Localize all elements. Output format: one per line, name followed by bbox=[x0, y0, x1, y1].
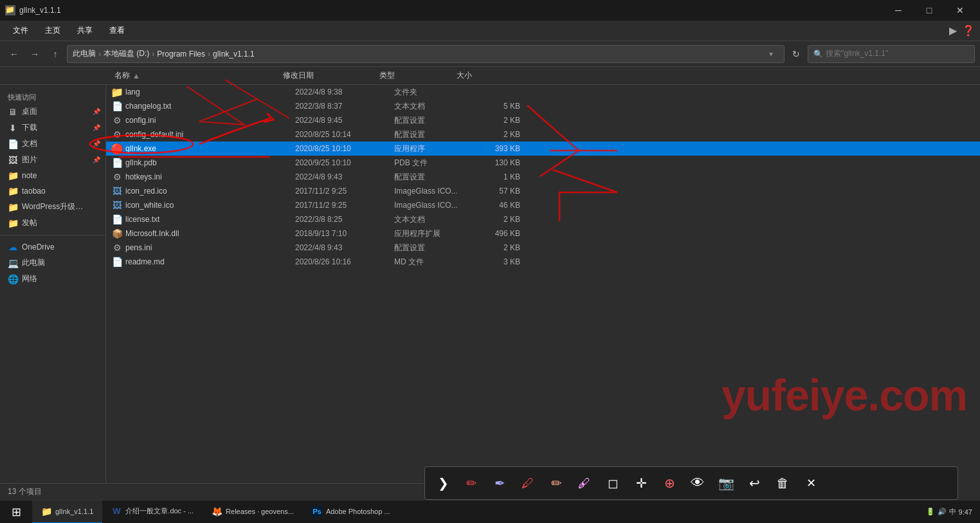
sidebar-label-wordpress: WordPress升级模... bbox=[22, 201, 86, 212]
file-type: 配置设置 bbox=[394, 129, 471, 140]
pen-pink-button[interactable]: 🖋 bbox=[572, 470, 597, 496]
photoshop-icon: Ps bbox=[312, 506, 322, 517]
taskbar-firefox[interactable]: 🦊 Releases · geovens... bbox=[203, 500, 303, 524]
sidebar: 快速访问 🖥 桌面 📌 ⬇ 下载 📌 📄 文档 📌 🖼 图片 📌 📁 note … bbox=[0, 85, 106, 520]
refresh-button[interactable]: ↻ bbox=[787, 45, 805, 63]
sidebar-label-onedrive: OneDrive bbox=[22, 243, 55, 252]
file-name: glInk.pdb bbox=[125, 158, 293, 167]
file-item-lang[interactable]: 📁 lang 2022/4/8 9:38 文件夹 bbox=[106, 85, 980, 99]
taskbar-photoshop[interactable]: Ps Adobe Photoshop ... bbox=[303, 500, 399, 524]
file-item-glInk.exe[interactable]: 🔴 glInk.exe 2020/8/25 10:10 应用程序 393 KB bbox=[106, 142, 980, 156]
file-icon: 📁 bbox=[111, 86, 123, 98]
sidebar-item-network[interactable]: 🌐 网络 bbox=[0, 271, 105, 287]
file-type: ImageGlass ICO... bbox=[394, 187, 471, 196]
sidebar-label-network: 网络 bbox=[22, 273, 37, 284]
col-header-type[interactable]: 类型 bbox=[379, 70, 457, 81]
menu-home[interactable]: 主页 bbox=[37, 23, 68, 39]
breadcrumb-current[interactable]: glInk_v1.1.1 bbox=[213, 50, 255, 59]
file-item-readme.md[interactable]: 📄 readme.md 2020/8/26 10:16 MD 文件 3 KB bbox=[106, 255, 980, 269]
eraser-button[interactable]: ◻ bbox=[600, 470, 626, 496]
sidebar-item-documents[interactable]: 📄 文档 📌 bbox=[0, 136, 105, 152]
close-drawing-button[interactable]: ✕ bbox=[798, 470, 824, 496]
expand-button[interactable]: ❯ bbox=[430, 470, 456, 496]
menu-bar: 文件 主页 共享 查看 ▶ ❓ bbox=[0, 21, 980, 41]
taobao-icon: 📁 bbox=[8, 186, 18, 196]
file-item-icon_red.ico[interactable]: 🖼 icon_red.ico 2017/11/2 9:25 ImageGlass… bbox=[106, 184, 980, 198]
breadcrumb-bar[interactable]: 此电脑 › 本地磁盘 (D:) › Program Files › glInk_… bbox=[67, 45, 785, 63]
file-icon: 📄 bbox=[111, 157, 123, 169]
taskbar-word[interactable]: W 介绍一般文章.doc - ... bbox=[102, 500, 203, 524]
camera-button[interactable]: 📷 bbox=[713, 470, 739, 496]
help-button[interactable]: ❓ bbox=[962, 24, 975, 37]
sidebar-item-note[interactable]: 📁 note bbox=[0, 168, 105, 183]
pen-red-button[interactable]: ✏ bbox=[458, 470, 484, 496]
clock-time: 9:47 bbox=[959, 508, 972, 516]
file-size: 2 KB bbox=[474, 130, 525, 139]
menu-file[interactable]: 文件 bbox=[5, 23, 36, 39]
pen-blue-button[interactable]: ✒ bbox=[487, 470, 513, 496]
pin-icon-2: 📌 bbox=[93, 124, 100, 131]
move-alt-button[interactable]: ⊕ bbox=[657, 470, 682, 496]
sidebar-item-taobao[interactable]: 📁 taobao bbox=[0, 183, 105, 199]
file-item-config.ini[interactable]: ⚙ config.ini 2022/4/8 9:45 配置设置 2 KB bbox=[106, 113, 980, 127]
marker-red-button[interactable]: 🖊 bbox=[515, 470, 541, 496]
breadcrumb-programfiles[interactable]: Program Files bbox=[157, 50, 205, 59]
sidebar-item-downloads[interactable]: ⬇ 下载 📌 bbox=[0, 120, 105, 136]
file-item-changelog.txt[interactable]: 📄 changelog.txt 2022/3/8 8:37 文本文档 5 KB bbox=[106, 99, 980, 113]
file-item-pens.ini[interactable]: ⚙ pens.ini 2022/4/8 9:43 配置设置 2 KB bbox=[106, 241, 980, 255]
file-size: 393 KB bbox=[474, 144, 525, 153]
sidebar-label-thispc: 此电脑 bbox=[22, 257, 45, 268]
scroll-right[interactable]: ▶ bbox=[949, 24, 957, 37]
file-item-license.txt[interactable]: 📄 license.txt 2022/3/8 8:25 文本文档 2 KB bbox=[106, 212, 980, 226]
quick-access-label: 快速访问 bbox=[0, 90, 105, 104]
sidebar-item-fatie[interactable]: 📁 发帖 bbox=[0, 215, 105, 231]
file-icon: 📄 bbox=[111, 256, 123, 268]
back-button[interactable]: ← bbox=[5, 45, 23, 63]
taskbar-explorer[interactable]: 📁 glInk_v1.1.1 bbox=[32, 500, 102, 524]
col-header-size[interactable]: 大小 bbox=[457, 70, 508, 81]
wordpress-icon: 📁 bbox=[8, 202, 18, 212]
file-size: 496 KB bbox=[474, 229, 525, 238]
col-header-name[interactable]: 名称 ▲ bbox=[109, 70, 283, 81]
pen-tool-button[interactable]: ✏ bbox=[543, 470, 569, 496]
start-button[interactable]: ⊞ bbox=[0, 500, 32, 524]
file-item-glInk.pdb[interactable]: 📄 glInk.pdb 2020/9/25 10:10 PDB 文件 130 K… bbox=[106, 156, 980, 170]
delete-button[interactable]: 🗑 bbox=[770, 470, 795, 496]
sidebar-item-wordpress[interactable]: 📁 WordPress升级模... bbox=[0, 199, 105, 215]
move-button[interactable]: ✛ bbox=[628, 470, 654, 496]
menu-share[interactable]: 共享 bbox=[69, 23, 100, 39]
close-button[interactable]: ✕ bbox=[945, 0, 975, 21]
breadcrumb-drive[interactable]: 本地磁盘 (D:) bbox=[104, 48, 149, 59]
forward-button[interactable]: → bbox=[26, 45, 44, 63]
breadcrumb-expand[interactable]: ▾ bbox=[763, 46, 779, 62]
up-button[interactable]: ↑ bbox=[46, 45, 64, 63]
sidebar-item-onedrive[interactable]: ☁ OneDrive bbox=[0, 239, 105, 255]
taskbar-explorer-label: glInk_v1.1.1 bbox=[55, 508, 93, 515]
sidebar-item-desktop[interactable]: 🖥 桌面 📌 bbox=[0, 104, 105, 120]
file-name: hotkeys.ini bbox=[125, 172, 293, 181]
file-name: pens.ini bbox=[125, 243, 293, 252]
tray-battery: 🔋 bbox=[926, 508, 935, 516]
undo-button[interactable]: ↩ bbox=[741, 470, 767, 496]
col-header-date[interactable]: 修改日期 bbox=[283, 70, 379, 81]
file-item-icon_white.ico[interactable]: 🖼 icon_white.ico 2017/11/2 9:25 ImageGla… bbox=[106, 198, 980, 212]
file-list: 📁 lang 2022/4/8 9:38 文件夹 📄 changelog.txt… bbox=[106, 85, 980, 520]
file-icon: ⚙ bbox=[111, 171, 123, 183]
maximize-button[interactable]: □ bbox=[914, 0, 944, 21]
eye-button[interactable]: 👁 bbox=[685, 470, 711, 496]
menu-view[interactable]: 查看 bbox=[102, 23, 132, 39]
file-item-Microsoft.Ink.dll[interactable]: 📦 Microsoft.Ink.dll 2018/9/13 7:10 应用程序扩… bbox=[106, 226, 980, 241]
breadcrumb-thispc[interactable]: 此电脑 bbox=[73, 48, 96, 59]
search-box[interactable]: 🔍 搜索"glInk_v1.1.1" bbox=[808, 45, 975, 63]
sidebar-item-pictures[interactable]: 🖼 图片 📌 bbox=[0, 152, 105, 168]
file-item-config_default.ini[interactable]: ⚙ config_default.ini 2020/8/25 10:14 配置设… bbox=[106, 127, 980, 142]
taskbar-firefox-label: Releases · geovens... bbox=[226, 508, 294, 515]
sidebar-item-thispc[interactable]: 💻 此电脑 bbox=[0, 255, 105, 271]
word-icon: W bbox=[111, 506, 122, 517]
file-date: 2020/8/25 10:10 bbox=[295, 144, 392, 153]
pin-icon-3: 📌 bbox=[93, 140, 100, 147]
file-date: 2022/3/8 8:25 bbox=[295, 215, 392, 224]
minimize-button[interactable]: ─ bbox=[884, 0, 913, 21]
file-name: icon_red.ico bbox=[125, 187, 293, 196]
file-item-hotkeys.ini[interactable]: ⚙ hotkeys.ini 2022/4/8 9:43 配置设置 1 KB bbox=[106, 170, 980, 184]
